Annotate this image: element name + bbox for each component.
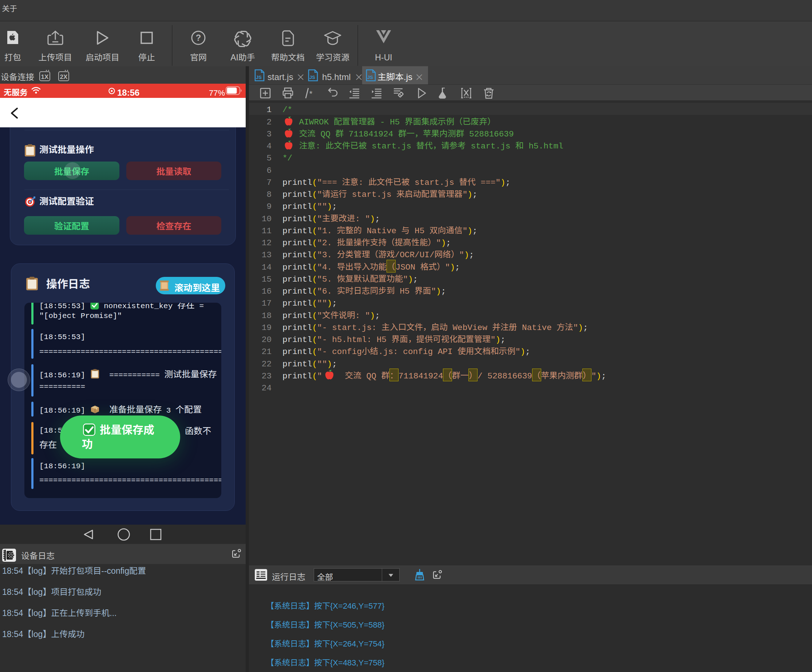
svg-text:JS: JS	[256, 75, 262, 80]
svg-text:*: *	[308, 90, 313, 99]
svg-text:JS: JS	[367, 75, 373, 80]
svg-text:JS: JS	[309, 75, 315, 80]
svg-text:?: ?	[196, 33, 201, 43]
